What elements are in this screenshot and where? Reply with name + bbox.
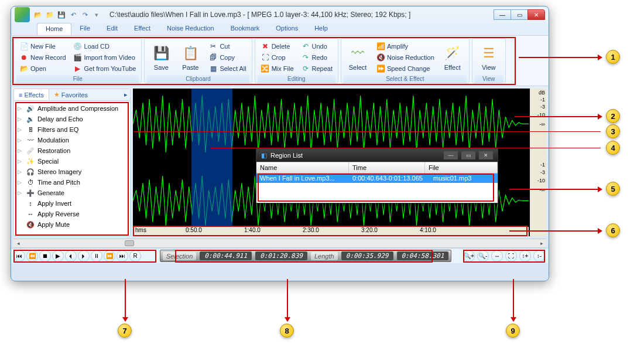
waveform-display[interactable]: dB -1 -3 -10 -∞ -1 -3 -10 -∞ hms 0:50.0 … bbox=[133, 89, 546, 236]
qat-dropdown-icon[interactable]: ▾ bbox=[92, 10, 101, 19]
delete-button[interactable]: ✖Delete bbox=[259, 41, 296, 52]
effect-icon: ↔ bbox=[26, 209, 35, 219]
minimize-button[interactable]: — bbox=[494, 9, 511, 20]
tree-item[interactable]: 🔇Apply Mute bbox=[16, 219, 128, 230]
next-button[interactable]: ⏵ bbox=[78, 250, 90, 262]
tree-item[interactable]: ▷➕Generate bbox=[16, 188, 128, 198]
redo-button[interactable]: ↷Redo bbox=[299, 52, 334, 63]
tree-item[interactable]: ▷🩹Restoration bbox=[16, 145, 128, 156]
speed-change-button[interactable]: ⏩Speed Change bbox=[374, 63, 436, 74]
zoom-vertical-out-button[interactable]: ↕- bbox=[533, 250, 545, 262]
callout-9: 9 bbox=[506, 324, 520, 338]
select-all-button[interactable]: ▦Select All bbox=[207, 63, 248, 74]
play-button[interactable]: ▶ bbox=[52, 250, 64, 262]
open-button[interactable]: 📂Open bbox=[18, 63, 68, 74]
expand-icon: ▷ bbox=[18, 179, 23, 185]
tree-item[interactable]: ▷✨Special bbox=[16, 156, 128, 166]
tree-item[interactable]: ▷🔊Amplitude and Compression bbox=[16, 103, 128, 114]
qat-redo-icon[interactable]: ↷ bbox=[80, 10, 90, 19]
menu-home[interactable]: Home bbox=[37, 23, 71, 35]
youtube-icon: ▶ bbox=[73, 64, 83, 73]
tree-item[interactable]: ↔Apply Reverse bbox=[16, 209, 128, 219]
qat-save-icon[interactable]: 💾 bbox=[57, 10, 66, 19]
copy-button[interactable]: 🗐Copy bbox=[207, 52, 248, 63]
view-button[interactable]: ☰View bbox=[476, 41, 502, 74]
open-icon: 📂 bbox=[19, 64, 29, 73]
effect-button[interactable]: 🪄Effect bbox=[440, 41, 465, 74]
repeat-button[interactable]: ⟳Repeat bbox=[299, 63, 334, 74]
tree-item[interactable]: ▷🔉Delay and Echo bbox=[16, 114, 128, 124]
undo-icon: ↶ bbox=[301, 42, 310, 51]
tree-item[interactable]: ▷⏱Time and Pitch bbox=[16, 177, 128, 188]
region-close-button[interactable]: ✕ bbox=[479, 151, 493, 159]
tab-effects[interactable]: ≡Effects bbox=[14, 89, 49, 100]
zoom-vertical-in-button[interactable]: ↕+ bbox=[519, 250, 531, 262]
zoom-in-button[interactable]: 🔍+ bbox=[463, 250, 475, 262]
qat-undo-icon[interactable]: ↶ bbox=[68, 10, 78, 19]
col-file[interactable]: File bbox=[425, 162, 498, 173]
callout-2: 2 bbox=[606, 109, 620, 123]
waveform-selection[interactable] bbox=[191, 89, 232, 236]
maximize-button[interactable]: ▭ bbox=[511, 9, 528, 20]
scroll-left-icon[interactable]: ◂ bbox=[13, 239, 23, 247]
rewind-button[interactable]: ⏪ bbox=[26, 250, 38, 262]
horizontal-scrollbar[interactable]: ◂ ▸ bbox=[13, 239, 546, 248]
crop-button[interactable]: ⛶Crop bbox=[259, 52, 296, 63]
tree-item[interactable]: ↕Apply Invert bbox=[16, 198, 128, 209]
amplify-button[interactable]: 📶Amplify bbox=[374, 41, 436, 52]
tab-favorites[interactable]: ★Favorites bbox=[49, 89, 93, 100]
new-file-button[interactable]: 📄New File bbox=[18, 41, 68, 52]
tree-item[interactable]: ▷🎧Stereo Imagery bbox=[16, 166, 128, 177]
undo-button[interactable]: ↶Undo bbox=[299, 41, 334, 52]
callout-3: 3 bbox=[606, 124, 620, 138]
menu-file[interactable]: File bbox=[71, 23, 98, 35]
region-maximize-button[interactable]: ▭ bbox=[461, 151, 475, 159]
ribbon-group-file: 📄New File ⏺New Record 📂Open 💿Load CD 🎬Im… bbox=[13, 38, 142, 83]
tree-item[interactable]: ▷🎚Filters and EQ bbox=[16, 124, 128, 135]
col-name[interactable]: Name bbox=[256, 162, 349, 173]
prev-button[interactable]: ⏴ bbox=[65, 250, 77, 262]
noise-reduction-button[interactable]: 🔇Noise Reduction bbox=[374, 52, 436, 63]
qat-open-icon[interactable]: 📂 bbox=[33, 10, 43, 19]
qat-open2-icon[interactable]: 📁 bbox=[45, 10, 54, 19]
menu-effect[interactable]: Effect bbox=[126, 23, 159, 35]
menu-options[interactable]: Options bbox=[268, 23, 306, 35]
copy-icon: 🗐 bbox=[208, 53, 218, 62]
load-cd-button[interactable]: 💿Load CD bbox=[71, 41, 138, 52]
pause-button[interactable]: ⏸ bbox=[91, 250, 102, 262]
scrollbar-thumb[interactable] bbox=[125, 240, 134, 246]
region-minimize-button[interactable]: — bbox=[444, 151, 458, 159]
menu-edit[interactable]: Edit bbox=[98, 23, 126, 35]
tree-item[interactable]: ▷〰Modulation bbox=[16, 135, 128, 145]
select-button[interactable]: 〰Select bbox=[345, 41, 371, 74]
import-video-button[interactable]: 🎬Import from Video bbox=[71, 52, 138, 63]
zoom-selection-button[interactable]: ⛶ bbox=[505, 250, 517, 262]
save-button[interactable]: 💾Save bbox=[148, 41, 174, 74]
effect-icon: ↕ bbox=[26, 199, 35, 208]
close-button[interactable]: ✕ bbox=[527, 9, 545, 20]
sidebar-collapse-icon[interactable]: ▸ bbox=[122, 89, 130, 100]
stop-button[interactable]: ⏹ bbox=[39, 250, 51, 262]
cut-button[interactable]: ✂Cut bbox=[207, 41, 248, 52]
paste-button[interactable]: 📋Paste bbox=[177, 41, 203, 74]
record-toggle-button[interactable]: R bbox=[129, 250, 141, 262]
menu-help[interactable]: Help bbox=[306, 23, 336, 35]
selection-label: Selection bbox=[163, 252, 196, 260]
star-icon: ★ bbox=[54, 91, 60, 98]
zoom-full-button[interactable]: ↔ bbox=[491, 250, 503, 262]
new-record-button[interactable]: ⏺New Record bbox=[18, 52, 68, 63]
category-icon: 🩹 bbox=[26, 146, 35, 155]
col-time[interactable]: Time bbox=[349, 162, 425, 173]
youtube-button[interactable]: ▶Get from YouTube bbox=[71, 63, 138, 74]
goto-start-button[interactable]: ⏮ bbox=[13, 250, 25, 262]
zoom-out-button[interactable]: 🔍- bbox=[477, 250, 489, 262]
scroll-right-icon[interactable]: ▸ bbox=[537, 239, 546, 247]
goto-end-button[interactable]: ⏭ bbox=[117, 250, 128, 262]
selection-end-value: 0:01:20.839 bbox=[255, 251, 307, 260]
menu-bookmark[interactable]: Bookmark bbox=[222, 23, 268, 35]
mixfile-button[interactable]: 🔀Mix File bbox=[259, 63, 296, 74]
expand-icon: ▷ bbox=[18, 137, 23, 143]
menu-noise-reduction[interactable]: Noise Reduction bbox=[159, 23, 222, 35]
expand-icon: ▷ bbox=[18, 169, 23, 175]
forward-button[interactable]: ⏩ bbox=[104, 250, 115, 262]
